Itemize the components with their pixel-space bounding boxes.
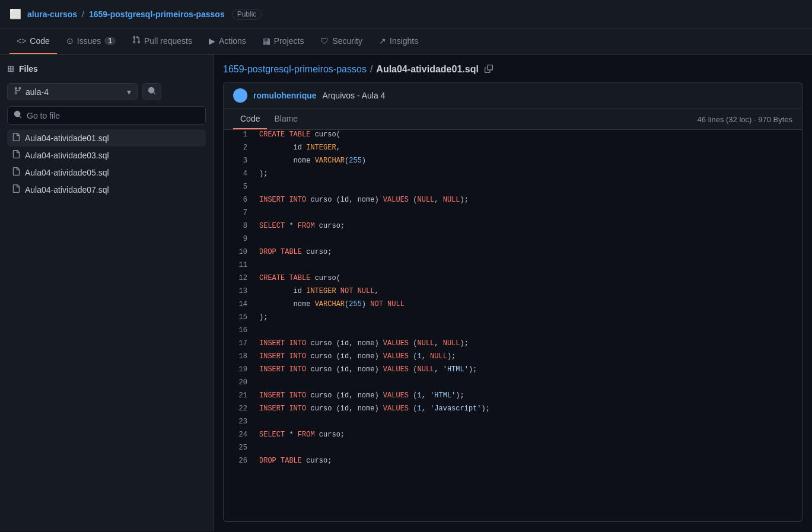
code-line: 26 DROP TABLE curso; xyxy=(224,456,802,469)
code-line: 21 INSERT INTO curso (id, nome) VALUES (… xyxy=(224,391,802,404)
file-item[interactable]: Aula04-atividade05.sql xyxy=(7,164,206,181)
line-content: SELECT * FROM curso; xyxy=(254,430,349,439)
tab-pull-requests[interactable]: Pull requests xyxy=(125,28,199,54)
sidebar-header: ⊞ Files xyxy=(7,62,206,76)
line-content xyxy=(254,260,264,262)
content-area: 1659-postgresql-primeiros-passos / Aula0… xyxy=(214,55,812,531)
line-number: 2 xyxy=(224,143,254,152)
line-content: nome VARCHAR(255) xyxy=(254,156,371,165)
line-number: 22 xyxy=(224,404,254,413)
commit-author[interactable]: romulohenrique xyxy=(253,91,317,100)
line-content xyxy=(254,378,264,379)
code-viewer: 1 CREATE TABLE curso( 2 id INTEGER, 3 no… xyxy=(223,130,803,522)
branch-icon xyxy=(14,87,22,97)
projects-icon: ▦ xyxy=(263,36,270,46)
branch-selector[interactable]: aula-4 ▾ xyxy=(7,83,138,100)
tab-security[interactable]: 🛡 Security xyxy=(313,29,370,54)
repo-name[interactable]: 1659-postgresql-primeiros-passos xyxy=(89,9,225,19)
line-content xyxy=(254,443,264,444)
breadcrumb-separator: / xyxy=(370,64,372,75)
line-content xyxy=(254,182,264,183)
code-line: 23 xyxy=(224,417,802,430)
main-layout: ⊞ Files aula-4 ▾ Au xyxy=(0,55,812,531)
code-line: 10 DROP TABLE curso; xyxy=(224,247,802,260)
search-files-button[interactable] xyxy=(142,83,161,100)
file-item[interactable]: Aula04-atividade03.sql xyxy=(7,146,206,164)
code-line: 24 SELECT * FROM curso; xyxy=(224,430,802,443)
breadcrumb-repo-link[interactable]: 1659-postgresql-primeiros-passos xyxy=(223,64,367,75)
code-line: 9 xyxy=(224,234,802,247)
file-item[interactable]: Aula04-atividade01.sql xyxy=(7,129,206,146)
svg-point-0 xyxy=(238,91,243,95)
breadcrumb: 1659-postgresql-primeiros-passos / Aula0… xyxy=(223,64,803,75)
tab-issues[interactable]: ⊙ Issues 1 xyxy=(59,29,123,54)
sidebar: ⊞ Files aula-4 ▾ Au xyxy=(0,55,214,531)
code-line: 4 ); xyxy=(224,169,802,182)
code-line: 2 id INTEGER, xyxy=(224,143,802,156)
code-line: 13 id INTEGER NOT NULL, xyxy=(224,286,802,300)
code-line: 12 CREATE TABLE curso( xyxy=(224,273,802,286)
code-line: 25 xyxy=(224,443,802,456)
avatar xyxy=(233,88,247,103)
tab-actions[interactable]: ▶ Actions xyxy=(202,29,253,54)
actions-icon: ▶ xyxy=(209,36,215,46)
issues-badge: 1 xyxy=(104,37,116,45)
line-number: 18 xyxy=(224,352,254,361)
file-list: Aula04-atividade01.sql Aula04-atividade0… xyxy=(7,129,206,198)
file-icon xyxy=(12,150,20,160)
repo-icon: ⬜ xyxy=(9,8,21,20)
line-content: INSERT INTO curso (id, nome) VALUES (1, … xyxy=(254,352,460,361)
line-content: CREATE TABLE curso( xyxy=(254,130,345,139)
line-number: 7 xyxy=(224,208,254,218)
line-content: ); xyxy=(254,169,272,179)
code-line: 19 INSERT INTO curso (id, nome) VALUES (… xyxy=(224,365,802,378)
repo-owner[interactable]: alura-cursos xyxy=(27,9,77,19)
code-line: 15 ); xyxy=(224,313,802,326)
code-tab-code[interactable]: Code xyxy=(233,109,267,129)
line-content: INSERT INTO curso (id, nome) VALUES (1, … xyxy=(254,404,495,413)
code-line: 5 xyxy=(224,182,802,195)
nav-tabs: <> Code ⊙ Issues 1 Pull requests ▶ Actio… xyxy=(0,28,812,55)
line-content: DROP TABLE curso; xyxy=(254,456,336,466)
go-to-file-input[interactable] xyxy=(27,111,199,120)
line-number: 24 xyxy=(224,430,254,439)
line-content: CREATE TABLE curso( xyxy=(254,273,345,283)
code-line: 1 CREATE TABLE curso( xyxy=(224,130,802,143)
search-icon xyxy=(14,110,22,120)
line-content: ); xyxy=(254,313,272,322)
code-icon: <> xyxy=(17,36,26,46)
commit-bar: romulohenrique Arquivos - Aula 4 xyxy=(223,82,803,109)
line-content: INSERT INTO curso (id, nome) VALUES (NUL… xyxy=(254,339,473,348)
insights-icon: ↗ xyxy=(379,36,386,46)
file-name: Aula04-atividade05.sql xyxy=(25,168,109,177)
copy-path-button[interactable] xyxy=(485,65,493,75)
line-content: SELECT * FROM curso; xyxy=(254,221,349,231)
file-name: Aula04-atividade03.sql xyxy=(25,151,109,160)
line-number: 1 xyxy=(224,130,254,139)
line-number: 12 xyxy=(224,273,254,283)
tab-code[interactable]: <> Code xyxy=(9,29,57,54)
line-number: 20 xyxy=(224,378,254,387)
code-tab-blame[interactable]: Blame xyxy=(267,109,305,129)
line-number: 10 xyxy=(224,247,254,257)
security-icon: 🛡 xyxy=(320,36,329,46)
repo-separator: / xyxy=(82,9,84,19)
commit-message: Arquivos - Aula 4 xyxy=(323,91,386,100)
file-item[interactable]: Aula04-atividade07.sql xyxy=(7,181,206,198)
tab-projects[interactable]: ▦ Projects xyxy=(256,29,311,54)
tab-insights[interactable]: ↗ Insights xyxy=(372,29,425,54)
line-number: 5 xyxy=(224,182,254,192)
chevron-down-icon: ▾ xyxy=(127,87,131,97)
code-line: 6 INSERT INTO curso (id, nome) VALUES (N… xyxy=(224,195,802,208)
code-line: 7 xyxy=(224,208,802,221)
line-content: id INTEGER NOT NULL, xyxy=(254,286,384,296)
line-number: 8 xyxy=(224,221,254,231)
line-content xyxy=(254,326,264,327)
file-name: Aula04-atividade01.sql xyxy=(25,133,109,143)
code-meta: 46 lines (32 loc) · 970 Bytes xyxy=(698,115,792,124)
visibility-badge: Public xyxy=(232,9,262,20)
search-box[interactable] xyxy=(7,106,206,125)
line-number: 17 xyxy=(224,339,254,348)
code-tabs: Code Blame 46 lines (32 loc) · 970 Bytes xyxy=(223,109,803,130)
code-line: 11 xyxy=(224,260,802,273)
